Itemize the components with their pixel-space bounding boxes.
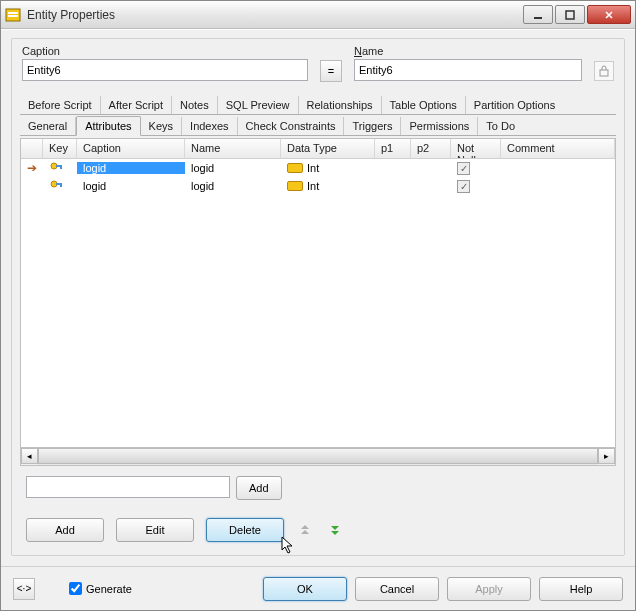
expand-button[interactable]: <·> [13,578,35,600]
cell-notnull: ✓ [451,180,501,193]
name-group: Name [354,45,582,82]
table-row[interactable]: logidlogidInt✓ [21,177,615,195]
svg-rect-5 [600,70,608,76]
close-button[interactable] [587,5,631,24]
svg-rect-1 [8,12,18,14]
generate-checkbox-input[interactable] [69,582,82,595]
maximize-button[interactable] [555,5,585,24]
col-p1[interactable]: p1 [375,139,411,158]
cancel-button[interactable]: Cancel [355,577,439,601]
col-key[interactable]: Key [43,139,77,158]
tab-notes[interactable]: Notes [172,96,218,114]
key-icon [43,179,77,193]
tab-row-lower: GeneralAttributesKeysIndexesCheck Constr… [20,115,616,136]
horizontal-scrollbar[interactable]: ◂ ▸ [21,447,615,465]
grid-header: Key Caption Name Data Type p1 p2 Not Nul… [21,139,615,159]
edit-button[interactable]: Edit [116,518,194,542]
generate-label: Generate [86,583,132,595]
cell-datatype: Int [281,162,375,174]
tab-table-options[interactable]: Table Options [382,96,466,114]
tab-attributes[interactable]: Attributes [76,116,140,136]
svg-rect-2 [8,15,18,17]
col-indicator[interactable] [21,139,43,158]
cell-datatype: Int [281,180,375,192]
generate-checkbox[interactable]: Generate [69,582,132,595]
tab-keys[interactable]: Keys [141,117,182,135]
tab-general[interactable]: General [20,117,76,135]
grid-body[interactable]: ➔logidlogidInt✓logidlogidInt✓ [21,159,615,447]
content-area: Caption = Name Before ScriptAfter Script… [1,29,635,610]
col-notnull[interactable]: Not Null [451,139,501,158]
name-lock-button[interactable] [594,61,614,81]
key-icon [43,161,77,175]
cell-name: logid [185,162,281,174]
cell-name: logid [185,180,281,192]
ok-button[interactable]: OK [263,577,347,601]
dialog-window: Entity Properties Caption = Name [0,0,636,611]
tab-indexes[interactable]: Indexes [182,117,238,135]
help-button[interactable]: Help [539,577,623,601]
svg-rect-8 [60,165,62,169]
caption-input[interactable] [22,59,308,81]
col-p2[interactable]: p2 [411,139,451,158]
caption-label: Caption [22,45,308,57]
tab-sql-preview[interactable]: SQL Preview [218,96,299,114]
attributes-grid: Key Caption Name Data Type p1 p2 Not Nul… [20,138,616,466]
table-row[interactable]: ➔logidlogidInt✓ [21,159,615,177]
tab-row-upper: Before ScriptAfter ScriptNotesSQL Previe… [20,94,616,115]
tab-triggers[interactable]: Triggers [344,117,401,135]
move-up-button[interactable] [296,521,314,539]
move-down-button[interactable] [326,521,344,539]
bottom-bar: <·> Generate OK Cancel Apply Help [1,566,635,610]
inline-add-input[interactable] [26,476,230,498]
tab-after-script[interactable]: After Script [101,96,172,114]
name-label: Name [354,45,582,57]
col-caption[interactable]: Caption [77,139,185,158]
col-name[interactable]: Name [185,139,281,158]
tab-partition-options[interactable]: Partition Options [466,96,563,114]
cell-notnull: ✓ [451,162,501,175]
svg-rect-11 [60,183,62,187]
scroll-right-button[interactable]: ▸ [598,448,615,464]
inline-add-row: Add [26,476,610,500]
tabs-area: Before ScriptAfter ScriptNotesSQL Previe… [20,94,616,136]
svg-rect-3 [534,17,542,19]
row-indicator: ➔ [21,161,43,175]
window-title: Entity Properties [27,8,523,22]
sync-button[interactable]: = [320,60,342,82]
window-buttons [523,5,631,24]
cell-caption: logid [77,162,185,174]
name-input[interactable] [354,59,582,81]
caption-name-row: Caption = Name [12,39,624,86]
col-comment[interactable]: Comment [501,139,615,158]
svg-rect-4 [566,11,574,19]
add-button[interactable]: Add [26,518,104,542]
caption-group: Caption [22,45,308,82]
scroll-track[interactable] [38,448,598,465]
scroll-thumb[interactable] [38,448,598,464]
tab-to-do[interactable]: To Do [478,117,523,135]
apply-button[interactable]: Apply [447,577,531,601]
titlebar[interactable]: Entity Properties [1,1,635,29]
tab-before-script[interactable]: Before Script [20,96,101,114]
inner-panel: Caption = Name Before ScriptAfter Script… [11,38,625,556]
tab-check-constraints[interactable]: Check Constraints [238,117,345,135]
delete-button[interactable]: Delete [206,518,284,542]
scroll-left-button[interactable]: ◂ [21,448,38,464]
minimize-button[interactable] [523,5,553,24]
action-row: Add Edit Delete [26,518,610,542]
inline-add-button[interactable]: Add [236,476,282,500]
col-datatype[interactable]: Data Type [281,139,375,158]
tab-relationships[interactable]: Relationships [299,96,382,114]
app-icon [5,7,21,23]
tab-permissions[interactable]: Permissions [401,117,478,135]
cell-caption: logid [77,180,185,192]
